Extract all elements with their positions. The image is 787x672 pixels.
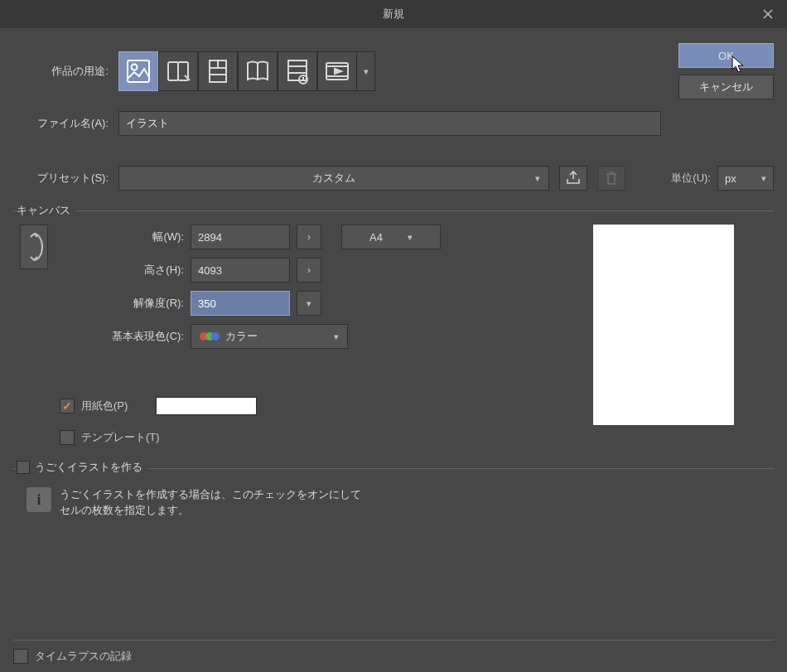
purpose-illustration[interactable] [118, 51, 158, 91]
preset-select[interactable]: カスタム ▾ [118, 166, 549, 191]
size-preset-select[interactable]: A4 ▾ [341, 225, 441, 249]
purpose-show[interactable] [278, 51, 317, 91]
title-bar: 新規 [0, 0, 787, 28]
book-icon [244, 57, 272, 85]
canvas-section: キャンバス 幅(W): › A4 [13, 210, 774, 453]
close-button[interactable] [759, 5, 777, 23]
purpose-toolbar: ▾ [118, 51, 375, 91]
svg-rect-4 [168, 62, 178, 80]
illustration-icon [124, 57, 152, 85]
chevron-down-icon: ▾ [364, 66, 369, 77]
show-icon [283, 57, 311, 85]
webtoon-icon [204, 57, 232, 85]
moving-illust-checkbox[interactable] [17, 461, 30, 474]
trash-icon [605, 171, 618, 186]
chevron-right-icon: › [307, 231, 311, 243]
unit-select[interactable]: px ▾ [717, 166, 774, 191]
cursor-icon [731, 56, 746, 74]
purpose-more[interactable]: ▾ [357, 51, 375, 91]
cancel-button[interactable]: キャンセル [678, 75, 774, 99]
colormode-select[interactable]: カラー ▾ [191, 324, 348, 349]
chevron-right-icon: › [307, 264, 311, 276]
purpose-comic[interactable] [158, 51, 198, 91]
canvas-preview [593, 225, 734, 425]
unit-label: 単位(U): [671, 171, 711, 186]
width-label: 幅(W): [60, 230, 184, 244]
width-arrow[interactable]: › [297, 225, 321, 249]
moving-illust-info: うごくイラストを作成する場合は、このチェックをオンにして セルの枚数を指定します… [60, 487, 361, 519]
filename-input[interactable] [118, 111, 661, 136]
chevron-down-icon: ▾ [334, 331, 339, 342]
animation-icon [323, 57, 351, 85]
width-input[interactable] [191, 225, 290, 249]
purpose-animation[interactable] [317, 51, 357, 91]
preset-save-button[interactable] [559, 166, 587, 191]
timelapse-checkbox[interactable] [13, 649, 28, 664]
window-title: 新規 [383, 7, 404, 22]
rgb-icon [200, 332, 217, 341]
orientation-toggle[interactable] [20, 225, 48, 269]
template-checkbox[interactable] [60, 430, 75, 445]
chevron-down-icon: ▾ [761, 173, 766, 184]
check-icon: ✓ [62, 399, 72, 413]
moving-illust-section: うごくイラストを作る i うごくイラストを作成する場合は、このチェックをオンにし… [13, 468, 774, 527]
paper-color-label: 用紙色(P) [81, 399, 128, 413]
timelapse-section: タイムラプスの記録 [13, 640, 774, 664]
paper-color-well[interactable] [156, 397, 257, 415]
unit-value: px [725, 172, 736, 185]
preset-delete-button[interactable] [597, 166, 625, 191]
chevron-down-icon: ▾ [307, 298, 311, 309]
resolution-input[interactable] [191, 291, 290, 316]
canvas-legend: キャンバス [17, 203, 75, 218]
cancel-label: キャンセル [699, 80, 753, 94]
timelapse-label: タイムラプスの記録 [35, 649, 132, 664]
chevron-down-icon: ▾ [408, 232, 413, 243]
template-label: テンプレート(T) [81, 430, 160, 445]
comic-icon [164, 57, 192, 85]
preset-value: カスタム [312, 171, 355, 186]
purpose-label: 作品の用途: [13, 64, 109, 79]
colormode-label: 基本表現色(C): [60, 329, 184, 344]
preset-label: プリセット(S): [13, 171, 109, 186]
rotate-icon [25, 230, 43, 263]
chevron-down-icon: ▾ [535, 173, 540, 184]
resolution-dropdown[interactable]: ▾ [297, 291, 321, 316]
filename-label: ファイル名(A): [13, 116, 109, 131]
info-icon: i [27, 487, 51, 512]
purpose-print[interactable] [238, 51, 278, 91]
height-input[interactable] [191, 258, 290, 283]
resolution-label: 解像度(R): [60, 296, 184, 311]
size-preset-value: A4 [369, 231, 383, 244]
close-icon [762, 8, 774, 20]
moving-illust-legend: うごくイラストを作る [35, 460, 142, 475]
save-preset-icon [565, 171, 582, 186]
colormode-value: カラー [225, 329, 258, 344]
ok-button[interactable]: OK [678, 43, 774, 68]
paper-color-checkbox[interactable]: ✓ [60, 399, 75, 413]
purpose-webtoon[interactable] [198, 51, 238, 91]
svg-point-3 [132, 65, 138, 70]
height-arrow[interactable]: › [297, 258, 321, 283]
height-label: 高さ(H): [60, 263, 184, 278]
